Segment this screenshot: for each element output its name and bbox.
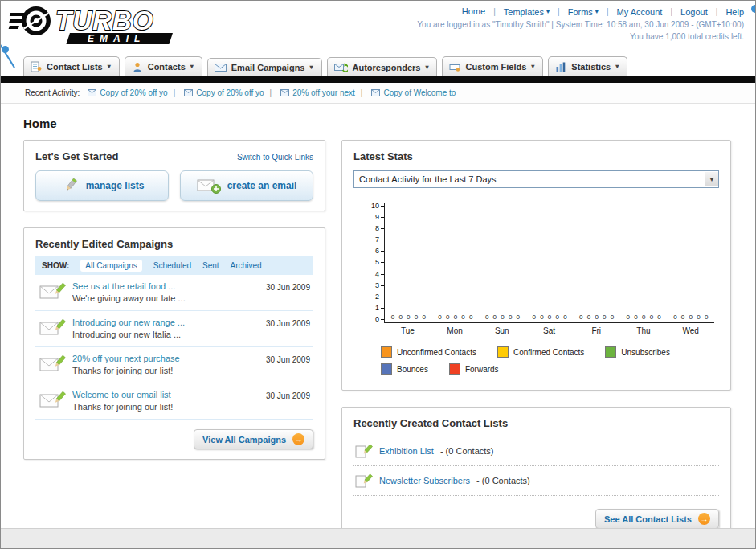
caret-down-icon: ▾ [595, 9, 599, 15]
activity-item: Copy of 20% off yo [88, 88, 167, 97]
chart-value-labels: 0 0 0 0 0 [673, 313, 708, 321]
chart-value-labels: 0 0 0 0 0 [485, 313, 520, 321]
chart-x-tick-label: Wed [667, 326, 714, 335]
custom-fields-icon [449, 61, 460, 72]
activity-link[interactable]: Copy of 20% off yo [196, 88, 264, 97]
manage-lists-button[interactable]: manage lists [35, 170, 169, 201]
campaign-row: Welcome to our email list Thanks for joi… [35, 383, 313, 420]
chart-x-tick-label: Sat [525, 326, 573, 335]
tab-label: Autoresponders [353, 63, 421, 72]
campaign-filter-bar: SHOW: All Campaigns Scheduled Sent Archi… [35, 256, 313, 275]
campaign-subtitle: Introducing our new Italia ... [72, 330, 259, 339]
chart-y-tick-label: 6 [375, 248, 384, 255]
recent-activity-label: Recent Activity: [25, 88, 80, 97]
tab-autoresponders[interactable]: Autoresponders ▾ [327, 57, 438, 76]
tab-email-campaigns[interactable]: Email Campaigns ▾ [207, 58, 322, 76]
campaign-date: 30 Jun 2009 [266, 390, 310, 400]
pencil-icon [60, 178, 80, 194]
campaign-title-link[interactable]: Welcome to our email list [72, 390, 259, 399]
stats-period-value: Contact Activity for the Last 7 Days [359, 174, 497, 184]
stats-period-select[interactable]: Contact Activity for the Last 7 Days ▼ [353, 170, 719, 188]
campaign-date: 30 Jun 2009 [266, 281, 310, 292]
campaign-subtitle: Thanks for joining our list! [72, 402, 259, 412]
chart-value-labels: 0 0 0 0 0 [532, 313, 566, 321]
see-all-contact-lists-button[interactable]: See All Contact Lists → [595, 509, 719, 529]
show-label: SHOW: [42, 261, 69, 270]
campaign-subtitle: We're giving away our late ... [72, 293, 259, 303]
activity-link[interactable]: 20% off your next [292, 88, 355, 97]
caret-down-icon: ▾ [309, 64, 313, 71]
recent-campaigns-panel: Recently Edited Campaigns SHOW: All Camp… [23, 227, 325, 460]
view-all-campaigns-button[interactable]: View All Campaigns → [194, 429, 313, 449]
legend-item: Unsubscribes [605, 346, 670, 358]
contact-list-detail: - (0 Contacts) [440, 446, 494, 456]
campaign-title-link[interactable]: See us at the retail food ... [72, 281, 259, 291]
logo-primary-text: TURBO [55, 6, 153, 35]
chart-value-labels: 0 0 0 0 0 [391, 313, 426, 321]
chart-y-tick-label: 8 [375, 225, 384, 232]
contact-activity-chart: 109876543210 0 0 0 0 00 0 0 0 00 0 0 0 0… [363, 203, 714, 323]
contact-list-link[interactable]: Exhibition List [379, 446, 434, 456]
chart-y-tick-label: 2 [375, 293, 384, 301]
left-column: Let's Get Started Switch to Quick Links [23, 140, 325, 476]
campaign-row: See us at the retail food ... We're givi… [35, 275, 313, 311]
edit-pencil-icon [355, 444, 373, 458]
autoresponders-icon [334, 62, 348, 72]
logo-secondary-text: EMAIL [88, 33, 145, 44]
link-my-account[interactable]: My Account [617, 7, 663, 17]
switch-to-quick-links-link[interactable]: Switch to Quick Links [237, 153, 313, 162]
legend-swatch-confirmed [497, 346, 509, 358]
chart-day-column: 0 0 0 0 0 [385, 203, 432, 322]
get-started-panel: Let's Get Started Switch to Quick Links [23, 140, 325, 211]
header: TURBO EMAIL Home Templates▾ Forms▾ My Ac… [1, 1, 755, 52]
chart-x-tick-label: Fri [573, 326, 620, 335]
tab-contacts[interactable]: Contacts ▾ [125, 56, 202, 76]
contact-list-link[interactable]: Newsletter Subscribers [379, 476, 470, 485]
campaign-title-link[interactable]: 20% off your next purchase [72, 354, 259, 363]
latest-stats-title: Latest Stats [353, 150, 719, 162]
caret-down-icon: ▾ [615, 64, 619, 70]
manage-lists-label: manage lists [86, 180, 145, 191]
filter-archived[interactable]: Archived [231, 261, 262, 270]
chart-day-column: 0 0 0 0 0 [526, 203, 574, 322]
activity-link[interactable]: Copy of 20% off yo [100, 88, 167, 97]
link-templates[interactable]: Templates [504, 7, 544, 17]
filter-all-campaigns[interactable]: All Campaigns [80, 260, 141, 272]
edit-campaign-icon [39, 354, 66, 375]
tab-statistics[interactable]: Statistics ▾ [548, 56, 627, 76]
legend-label: Confirmed Contacts [513, 348, 584, 357]
legend-swatch-unconfirmed [381, 346, 392, 358]
legend-swatch-forwards [449, 363, 460, 375]
email-campaigns-icon [215, 63, 227, 72]
top-links: Home Templates▾ Forms▾ My Account Logout… [417, 6, 744, 17]
tab-custom-fields[interactable]: Custom Fields ▾ [442, 56, 543, 76]
link-home[interactable]: Home [462, 6, 485, 16]
campaign-title-link[interactable]: Introducing our new range ... [72, 318, 259, 327]
activity-link[interactable]: Copy of Welcome to [383, 88, 456, 97]
create-email-button[interactable]: create an email [180, 170, 313, 201]
tab-label: Statistics [571, 62, 611, 72]
credits-info: You have 1,000 total credits left. [417, 32, 744, 41]
link-forms[interactable]: Forms [568, 7, 593, 17]
caret-down-icon: ▾ [190, 64, 194, 70]
see-all-contact-lists-label: See All Contact Lists [604, 514, 692, 524]
tab-contact-lists[interactable]: Contact Lists ▾ [23, 56, 120, 76]
tab-label: Contacts [148, 62, 186, 72]
accent-dot [751, 5, 756, 13]
email-icon [184, 89, 193, 96]
activity-item: Copy of Welcome to [355, 88, 456, 97]
chart-y-tick-label: 3 [375, 282, 384, 289]
campaign-date: 30 Jun 2009 [266, 354, 310, 364]
filter-scheduled[interactable]: Scheduled [153, 261, 191, 270]
legend-label: Unsubscribes [621, 348, 670, 357]
chart-y-tick-label: 10 [371, 203, 384, 210]
caret-down-icon: ▾ [546, 9, 550, 15]
contact-list-row: Newsletter Subscribers - (0 Contacts) [353, 466, 719, 496]
latest-stats-panel: Latest Stats Contact Activity for the La… [341, 140, 731, 391]
tab-label: Custom Fields [465, 62, 526, 72]
legend-item: Forwards [449, 363, 499, 375]
filter-sent[interactable]: Sent [202, 261, 219, 270]
link-help[interactable]: Help [725, 7, 744, 17]
link-logout[interactable]: Logout [680, 7, 708, 17]
campaign-subtitle: Thanks for joining our list! [72, 366, 259, 375]
